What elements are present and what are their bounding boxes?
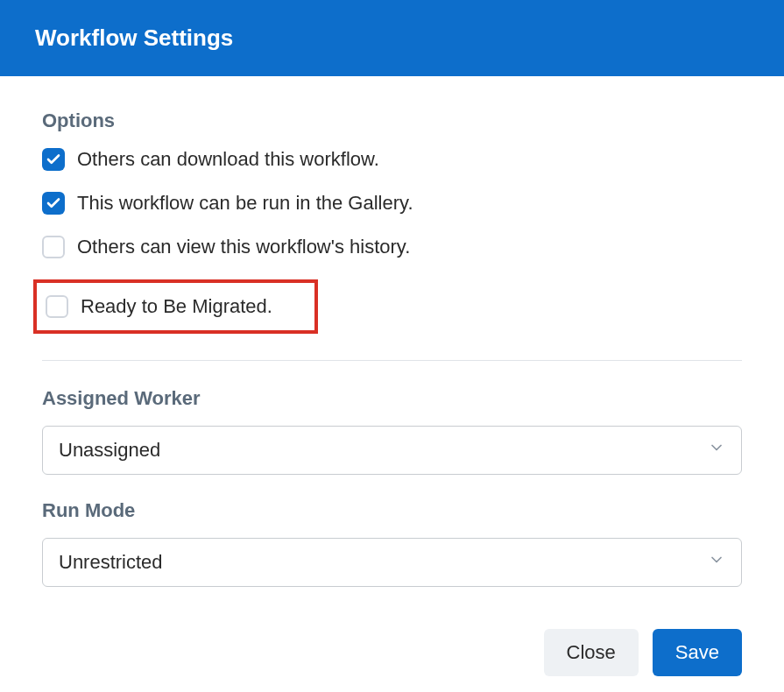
assigned-worker-field: Assigned Worker Unassigned bbox=[42, 387, 742, 475]
option-download: Others can download this workflow. bbox=[42, 148, 742, 171]
option-run-gallery-label: This workflow can be run in the Gallery. bbox=[77, 192, 413, 215]
run-mode-select-wrapper: Unrestricted bbox=[42, 538, 742, 587]
run-mode-select[interactable]: Unrestricted bbox=[42, 538, 742, 587]
options-section-label: Options bbox=[42, 109, 742, 132]
workflow-settings-dialog: Workflow Settings Options Others can dow… bbox=[0, 0, 784, 692]
checkbox-run-gallery[interactable] bbox=[42, 192, 65, 215]
chevron-down-icon bbox=[708, 551, 725, 574]
dialog-footer: Close Save bbox=[42, 611, 742, 676]
option-download-label: Others can download this workflow. bbox=[77, 148, 379, 171]
save-button[interactable]: Save bbox=[653, 629, 742, 676]
chevron-down-icon bbox=[708, 439, 725, 462]
assigned-worker-label: Assigned Worker bbox=[42, 387, 742, 410]
close-button[interactable]: Close bbox=[544, 629, 639, 676]
option-ready-migrate: Ready to Be Migrated. bbox=[46, 295, 309, 318]
section-divider bbox=[42, 360, 742, 361]
checkmark-icon bbox=[46, 195, 61, 211]
dialog-body: Options Others can download this workflo… bbox=[0, 76, 784, 692]
run-mode-value: Unrestricted bbox=[59, 551, 163, 574]
checkmark-icon bbox=[46, 152, 61, 167]
dialog-title: Workflow Settings bbox=[35, 25, 749, 52]
assigned-worker-select-wrapper: Unassigned bbox=[42, 426, 742, 475]
options-list: Others can download this workflow. This … bbox=[42, 148, 742, 334]
option-view-history-label: Others can view this workflow's history. bbox=[77, 236, 410, 258]
checkbox-ready-migrate[interactable] bbox=[46, 295, 68, 318]
run-mode-label: Run Mode bbox=[42, 499, 742, 522]
checkbox-view-history[interactable] bbox=[42, 236, 65, 258]
option-view-history: Others can view this workflow's history. bbox=[42, 236, 742, 258]
assigned-worker-select[interactable]: Unassigned bbox=[42, 426, 742, 475]
option-ready-migrate-label: Ready to Be Migrated. bbox=[81, 295, 272, 318]
run-mode-field: Run Mode Unrestricted bbox=[42, 499, 742, 587]
assigned-worker-value: Unassigned bbox=[59, 439, 160, 462]
dialog-header: Workflow Settings bbox=[0, 0, 784, 76]
highlight-box: Ready to Be Migrated. bbox=[33, 279, 318, 334]
checkbox-download[interactable] bbox=[42, 148, 65, 171]
option-run-gallery: This workflow can be run in the Gallery. bbox=[42, 192, 742, 215]
